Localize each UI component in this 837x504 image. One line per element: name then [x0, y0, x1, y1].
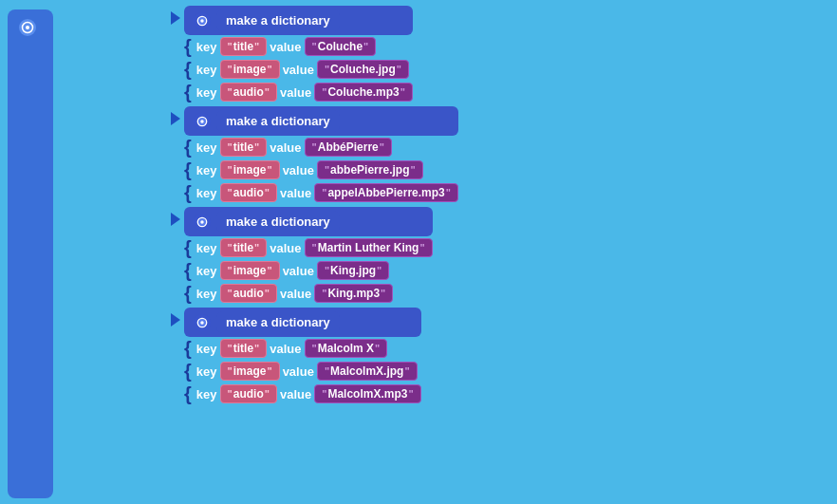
row-2-2: {key"audio"value"appelAbbePierre.mp3": [184, 181, 458, 204]
value-pill-2-0[interactable]: "AbbéPierre": [305, 138, 392, 157]
quote-right: ": [265, 288, 270, 299]
arrow-icon-1: [171, 11, 180, 25]
val-quote-right: ": [419, 242, 424, 253]
quote-right: ": [267, 265, 271, 276]
value-text: AbbéPierre: [318, 140, 379, 154]
value-label-2-1: value: [283, 163, 314, 177]
row-3-1: {key"image"value"King.jpg": [184, 259, 433, 282]
svg-point-1: [26, 26, 29, 29]
value-pill-1-2[interactable]: "Coluche.mp3": [314, 83, 413, 102]
val-quote-right: ": [397, 64, 401, 75]
quote-right: ": [254, 343, 259, 354]
key-text: audio: [233, 85, 264, 99]
value-pill-1-1[interactable]: "Coluche.jpg": [317, 60, 409, 79]
row-4-0: {key"title"value"Malcolm X": [184, 337, 421, 360]
value-text: King.jpg: [330, 264, 376, 277]
quote-right: ": [267, 64, 271, 75]
make-dict-block-4[interactable]: make a dictionary: [184, 308, 421, 337]
key-pill-4-1[interactable]: "image": [220, 362, 280, 381]
svg-point-5: [200, 120, 203, 122]
key-pill-4-2[interactable]: "audio": [220, 384, 277, 403]
key-pill-1-0[interactable]: "title": [220, 37, 268, 56]
value-pill-1-0[interactable]: "Coluche": [305, 37, 377, 56]
arrow-icon-3: [171, 213, 180, 226]
value-label-3-1: value: [283, 264, 314, 278]
dictionary-4: make a dictionary{key"title"value"Malcol…: [171, 308, 837, 405]
svg-point-3: [200, 19, 203, 22]
brace-4-0: {: [184, 339, 192, 358]
key-label-3-0: key: [196, 241, 217, 255]
quote-left: ": [228, 365, 232, 377]
main-layout: make a dictionary{key"title"value"Coluch…: [0, 0, 837, 504]
value-pill-4-0[interactable]: "Malcolm X": [305, 339, 388, 358]
row-4-1: {key"image"value"MalcolmX.jpg": [184, 360, 421, 383]
value-label-3-0: value: [270, 241, 301, 255]
val-quote-right: ": [408, 388, 413, 400]
value-pill-2-2[interactable]: "appelAbbePierre.mp3": [314, 183, 458, 202]
make-dict-block-2[interactable]: make a dictionary: [184, 106, 458, 136]
key-pill-3-2[interactable]: "audio": [220, 284, 277, 303]
key-pill-3-1[interactable]: "image": [220, 261, 280, 280]
value-text: MalcolmX.jpg: [330, 364, 403, 378]
arrow-icon-2: [171, 112, 180, 125]
value-text: Coluche.jpg: [330, 63, 396, 76]
key-text: title: [233, 140, 253, 154]
quote-right: ": [254, 41, 259, 52]
val-quote-right: ": [363, 41, 368, 52]
left-panel: [0, 0, 171, 504]
val-quote-right: ": [375, 343, 380, 354]
value-pill-3-0[interactable]: "Martin Luther King": [305, 238, 433, 257]
row-2-1: {key"image"value"abbePierre.jpg": [184, 159, 458, 181]
value-pill-3-1[interactable]: "King.jpg": [317, 261, 389, 280]
create-list-block[interactable]: [8, 9, 53, 498]
key-pill-2-1[interactable]: "image": [220, 160, 280, 179]
value-pill-4-2[interactable]: "MalcolmX.mp3": [314, 384, 420, 403]
quote-left: ": [228, 242, 232, 253]
value-pill-2-1[interactable]: "abbePierre.jpg": [317, 160, 423, 179]
key-text: image: [233, 63, 267, 76]
dictionary-2: make a dictionary{key"title"value"AbbéPi…: [171, 106, 837, 204]
key-pill-2-2[interactable]: "audio": [220, 183, 277, 202]
key-pill-3-0[interactable]: "title": [220, 238, 268, 257]
quote-left: ": [228, 265, 232, 276]
brace-2-2: {: [184, 183, 192, 202]
key-text: image: [233, 264, 267, 277]
make-dict-block-3[interactable]: make a dictionary: [184, 207, 433, 236]
key-pill-1-2[interactable]: "audio": [220, 83, 277, 102]
key-text: title: [233, 40, 253, 53]
value-pill-3-2[interactable]: "King.mp3": [314, 284, 393, 303]
value-label-4-2: value: [280, 387, 311, 401]
quote-right: ": [254, 242, 259, 253]
value-text: Martin Luther King: [318, 241, 419, 254]
key-text: audio: [233, 287, 264, 300]
make-dict-block-1[interactable]: make a dictionary: [184, 6, 413, 35]
row-1-2: {key"audio"value"Coluche.mp3": [184, 81, 413, 103]
dict-label-3: make a dictionary: [216, 211, 340, 233]
quote-left: ": [228, 187, 232, 198]
quote-left: ": [228, 41, 232, 52]
key-text: audio: [233, 387, 264, 401]
dictionary-1: make a dictionary{key"title"value"Coluch…: [171, 6, 837, 103]
quote-left: ": [228, 388, 232, 400]
value-pill-4-1[interactable]: "MalcolmX.jpg": [317, 362, 418, 381]
row-1-1: {key"image"value"Coluche.jpg": [184, 58, 413, 81]
value-label-4-0: value: [270, 342, 301, 356]
key-pill-1-1[interactable]: "image": [220, 60, 280, 79]
row-4-2: {key"audio"value"MalcolmX.mp3": [184, 383, 421, 405]
key-pill-2-0[interactable]: "title": [220, 138, 268, 157]
quote-right: ": [267, 164, 271, 176]
brace-2-1: {: [184, 160, 192, 179]
quote-left: ": [228, 343, 232, 354]
value-label-2-0: value: [270, 140, 301, 155]
right-panel: make a dictionary{key"title"value"Coluch…: [171, 0, 837, 504]
val-quote-left: ": [322, 288, 326, 299]
brace-3-1: {: [184, 261, 192, 280]
value-label-1-2: value: [280, 85, 311, 100]
val-quote-left: ": [322, 187, 326, 198]
value-label-3-2: value: [280, 287, 311, 301]
quote-left: ": [228, 164, 232, 176]
value-text: MalcolmX.mp3: [327, 387, 407, 401]
key-pill-4-0[interactable]: "title": [220, 339, 268, 358]
value-text: abbePierre.jpg: [330, 163, 409, 177]
quote-right: ": [265, 388, 270, 400]
